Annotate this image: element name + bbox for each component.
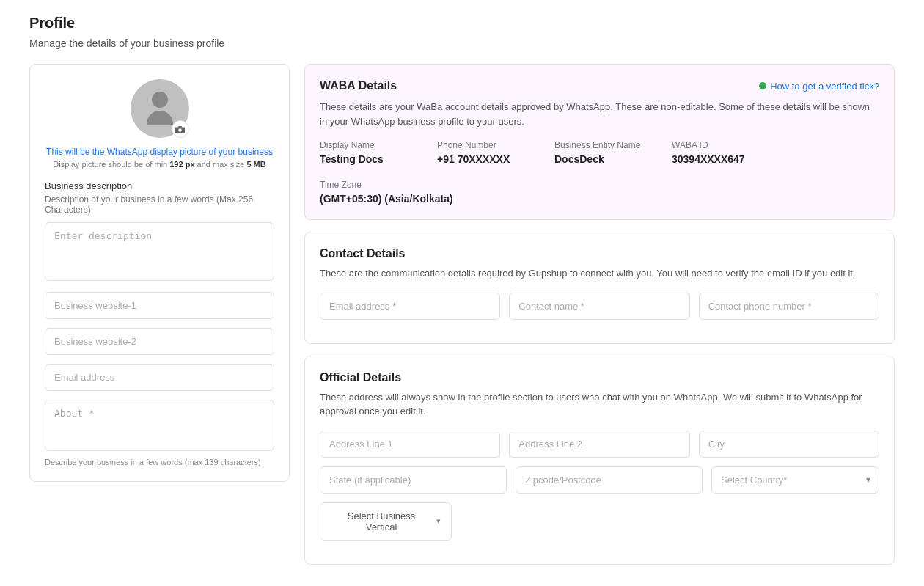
official-card: Official Details These address will alwa… [304, 356, 895, 565]
waba-field-id: WABA ID 30394XXXX647 [672, 140, 774, 165]
waba-field-timezone: Time Zone (GMT+05:30) (Asia/Kolkata) [320, 180, 453, 205]
contact-phone-input[interactable] [699, 293, 879, 320]
official-card-title: Official Details [320, 371, 879, 384]
contact-fields-row [320, 293, 879, 320]
waba-card: WABA Details How to get a verified tick?… [304, 64, 895, 220]
waba-fields: Display Name Testing Docs Phone Number +… [320, 140, 879, 205]
description-textarea[interactable] [45, 222, 274, 281]
website2-input[interactable] [45, 328, 274, 355]
contact-name-input[interactable] [509, 293, 689, 320]
avatar-section: This will be the WhatsApp display pictur… [45, 79, 274, 169]
avatar-wrapper [131, 79, 189, 138]
avatar-body [147, 111, 173, 125]
right-panel: WABA Details How to get a verified tick?… [304, 64, 895, 565]
waba-title: WABA Details [320, 79, 397, 92]
waba-field-value-phone: +91 70XXXXXX [437, 153, 540, 165]
svg-point-0 [178, 128, 181, 131]
avatar-hint: This will be the WhatsApp display pictur… [46, 147, 273, 157]
business-vertical-label: Select Business Vertical [331, 510, 432, 532]
country-select[interactable]: Select Country* [711, 466, 879, 494]
page-title: Profile [29, 15, 895, 32]
avatar-camera-button[interactable] [172, 120, 189, 138]
contact-card-desc: These are the communication details requ… [320, 266, 879, 281]
waba-field-label-phone: Phone Number [437, 140, 540, 150]
business-description-sublabel: Description of your business in a few wo… [45, 194, 274, 215]
waba-header: WABA Details How to get a verified tick? [320, 79, 879, 92]
verified-link[interactable]: How to get a verified tick? [759, 81, 879, 92]
waba-field-value-id: 30394XXXX647 [672, 153, 774, 165]
waba-field-label-timezone: Time Zone [320, 180, 453, 190]
left-panel: This will be the WhatsApp display pictur… [29, 64, 290, 482]
zipcode-input[interactable] [516, 466, 703, 494]
city-input[interactable] [699, 431, 879, 458]
address-line1-input[interactable] [320, 431, 500, 458]
verified-link-text: How to get a verified tick? [770, 81, 879, 92]
business-vertical-button[interactable]: Select Business Vertical ▾ [320, 502, 452, 541]
waba-field-value-timezone: (GMT+05:30) (Asia/Kolkata) [320, 193, 453, 205]
waba-field-label-id: WABA ID [672, 140, 774, 150]
waba-field-label-entity: Business Entity Name [554, 140, 657, 150]
address-row-2: Select Country* [320, 466, 879, 494]
waba-field-entity-name: Business Entity Name DocsDeck [554, 140, 657, 165]
official-card-desc: These address will always show in the pr… [320, 390, 879, 419]
waba-field-value-entity: DocsDeck [554, 153, 657, 165]
address-row-1 [320, 431, 879, 458]
waba-description: These details are your WaBa account deta… [320, 100, 879, 128]
contact-email-input[interactable] [320, 293, 500, 320]
business-vertical-row: Select Business Vertical ▾ [320, 502, 879, 541]
chevron-down-icon: ▾ [436, 516, 441, 526]
avatar-person [147, 92, 173, 125]
email-input[interactable] [45, 364, 274, 391]
about-hint: Describe your business in a few words (m… [45, 458, 274, 466]
avatar-subhint: Display picture should be of min 192 px … [53, 160, 265, 169]
main-content: This will be the WhatsApp display pictur… [29, 64, 895, 565]
waba-field-phone: Phone Number +91 70XXXXXX [437, 140, 540, 165]
country-select-wrapper: Select Country* [711, 466, 879, 494]
address-line2-input[interactable] [509, 431, 689, 458]
contact-card: Contact Details These are the communicat… [304, 232, 895, 344]
business-description-label: Business description [45, 180, 274, 191]
avatar-head [152, 92, 168, 108]
waba-field-label-display-name: Display Name [320, 140, 422, 150]
about-textarea[interactable] [45, 400, 274, 451]
page-subtitle: Manage the details of your business prof… [29, 37, 895, 49]
waba-field-value-display-name: Testing Docs [320, 153, 422, 165]
waba-field-display-name: Display Name Testing Docs [320, 140, 422, 165]
contact-card-title: Contact Details [320, 247, 879, 260]
state-input[interactable] [320, 466, 507, 494]
verified-dot-icon [759, 82, 766, 89]
website1-input[interactable] [45, 292, 274, 319]
